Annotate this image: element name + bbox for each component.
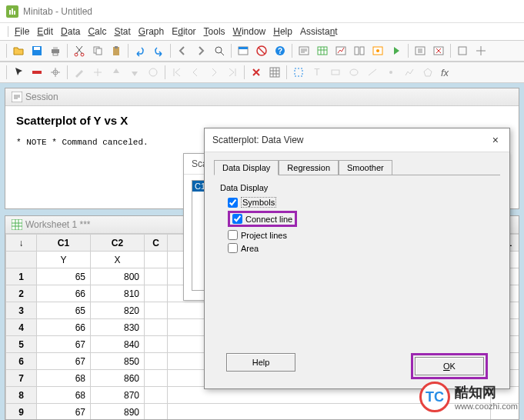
ellipse-tool-icon[interactable] bbox=[345, 64, 362, 81]
menu-window[interactable]: Window bbox=[230, 25, 269, 38]
graph-window-icon[interactable] bbox=[332, 42, 349, 59]
check-project-lines[interactable]: Project lines bbox=[228, 228, 500, 242]
menu-stat[interactable]: Stat bbox=[111, 25, 133, 38]
cell[interactable]: 810 bbox=[91, 285, 145, 302]
checkbox-symbols[interactable] bbox=[228, 198, 238, 208]
menu-editor[interactable]: Editor bbox=[169, 25, 199, 38]
redo-icon[interactable] bbox=[150, 42, 167, 59]
row-head[interactable]: 9 bbox=[6, 404, 37, 421]
session-window-icon[interactable] bbox=[295, 42, 312, 59]
menu-data[interactable]: Data bbox=[58, 25, 83, 38]
help-button[interactable]: Help bbox=[226, 353, 295, 372]
cell[interactable]: 870 bbox=[91, 387, 145, 404]
circle-icon[interactable] bbox=[145, 64, 162, 81]
cell[interactable]: 850 bbox=[91, 353, 145, 370]
find-icon[interactable] bbox=[211, 42, 228, 59]
tab-smoother[interactable]: Smoother bbox=[339, 160, 392, 175]
close-graphs-icon[interactable] bbox=[430, 42, 447, 59]
check-connect-line[interactable]: Connect line bbox=[228, 211, 297, 227]
col-c2[interactable]: C2 bbox=[91, 235, 145, 252]
delete-x-icon[interactable] bbox=[248, 64, 265, 81]
row-head[interactable]: 5 bbox=[6, 336, 37, 353]
checkbox-project-lines[interactable] bbox=[228, 230, 238, 240]
up-icon[interactable] bbox=[108, 64, 125, 81]
row-head[interactable]: 4 bbox=[6, 319, 37, 336]
polyline-tool-icon[interactable] bbox=[401, 64, 418, 81]
cell[interactable]: 68 bbox=[37, 387, 91, 404]
row-head[interactable]: 2 bbox=[6, 285, 37, 302]
show-info-icon[interactable] bbox=[369, 42, 386, 59]
project-manager-icon[interactable] bbox=[351, 42, 368, 59]
print-icon[interactable] bbox=[47, 42, 64, 59]
worksheet-window-icon[interactable] bbox=[314, 42, 331, 59]
open-icon[interactable] bbox=[10, 42, 27, 59]
last-dialog-icon[interactable] bbox=[235, 42, 252, 59]
menu-edit[interactable]: Edit bbox=[34, 25, 56, 38]
menu-graph[interactable]: Graph bbox=[135, 25, 167, 38]
row-head[interactable]: 1 bbox=[6, 268, 37, 285]
nav-last-icon[interactable] bbox=[224, 64, 241, 81]
cell[interactable]: 860 bbox=[91, 370, 145, 387]
help-icon[interactable]: ? bbox=[272, 42, 289, 59]
row-head[interactable]: 3 bbox=[6, 302, 37, 319]
check-symbols[interactable]: Symbols bbox=[228, 195, 500, 209]
nav-first-icon[interactable] bbox=[169, 64, 185, 81]
add-point-icon[interactable] bbox=[89, 64, 106, 81]
polygon-tool-icon[interactable] bbox=[419, 64, 436, 81]
cell[interactable]: 65 bbox=[37, 268, 91, 285]
run-icon[interactable] bbox=[388, 42, 405, 59]
cell[interactable]: 65 bbox=[37, 302, 91, 319]
grid-corner[interactable]: ↓ bbox=[6, 235, 37, 252]
cell[interactable]: 68 bbox=[37, 370, 91, 387]
cell[interactable]: 800 bbox=[91, 268, 145, 285]
grid-icon[interactable] bbox=[266, 64, 283, 81]
edit-text-icon[interactable] bbox=[71, 64, 88, 81]
line-tool-icon[interactable] bbox=[364, 64, 381, 81]
col-c1[interactable]: C1 bbox=[37, 235, 91, 252]
tab-regression[interactable]: Regression bbox=[279, 160, 339, 175]
tab-data-display[interactable]: Data Display bbox=[214, 160, 279, 175]
menu-help[interactable]: Help bbox=[270, 25, 295, 38]
options-icon[interactable] bbox=[412, 42, 429, 59]
checkbox-connect-line[interactable] bbox=[232, 214, 242, 224]
cell[interactable]: 820 bbox=[91, 302, 145, 319]
check-area[interactable]: Area bbox=[228, 242, 500, 255]
save-icon[interactable] bbox=[28, 42, 45, 59]
undo-icon[interactable] bbox=[132, 42, 149, 59]
paste-icon[interactable] bbox=[108, 42, 125, 59]
cell[interactable]: 840 bbox=[91, 336, 145, 353]
cut-icon[interactable] bbox=[71, 42, 88, 59]
brush-icon[interactable] bbox=[28, 64, 45, 81]
var-y[interactable]: Y bbox=[37, 252, 91, 268]
cell[interactable]: 67 bbox=[37, 353, 91, 370]
select-rect-icon[interactable] bbox=[290, 64, 307, 81]
toolbar-extra-1[interactable] bbox=[454, 42, 471, 59]
nav-next-icon[interactable] bbox=[205, 64, 222, 81]
down-icon[interactable] bbox=[126, 64, 143, 81]
cell[interactable]: 66 bbox=[37, 319, 91, 336]
toolbar-extra-2[interactable] bbox=[472, 42, 489, 59]
var-x[interactable]: X bbox=[91, 252, 145, 268]
close-icon[interactable]: × bbox=[489, 134, 502, 146]
cell[interactable]: 67 bbox=[37, 404, 91, 421]
menu-assistant[interactable]: Assistant bbox=[297, 25, 341, 38]
cell[interactable]: 66 bbox=[37, 285, 91, 302]
nav-fwd-icon[interactable] bbox=[192, 42, 209, 59]
cell[interactable]: 67 bbox=[37, 336, 91, 353]
cell[interactable]: 890 bbox=[91, 404, 145, 421]
checkbox-area[interactable] bbox=[228, 243, 238, 253]
nav-back-icon[interactable] bbox=[174, 42, 191, 59]
row-head[interactable]: 7 bbox=[6, 370, 37, 387]
cancel-icon[interactable] bbox=[253, 42, 270, 59]
ok-button[interactable]: OK bbox=[415, 357, 484, 375]
nav-prev-icon[interactable] bbox=[187, 64, 204, 81]
crosshair-icon[interactable] bbox=[47, 64, 64, 81]
row-head[interactable]: 8 bbox=[6, 387, 37, 404]
session-title-bar[interactable]: Session bbox=[5, 88, 519, 106]
rect-tool-icon[interactable] bbox=[327, 64, 344, 81]
marker-tool-icon[interactable] bbox=[382, 64, 399, 81]
menu-file[interactable]: File bbox=[12, 25, 32, 38]
menu-calc[interactable]: Calc bbox=[85, 25, 109, 38]
pointer-icon[interactable] bbox=[10, 64, 27, 81]
copy-icon[interactable] bbox=[89, 42, 106, 59]
